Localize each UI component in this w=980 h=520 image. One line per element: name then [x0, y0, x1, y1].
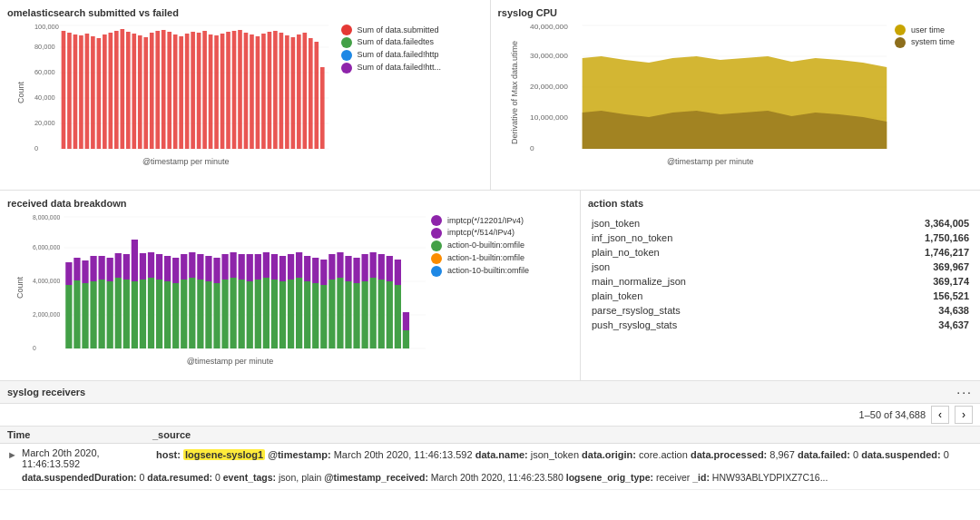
dataresumed-label: data.resumed: [147, 472, 215, 483]
svg-rect-155 [345, 281, 351, 348]
col-header-time: Time [7, 429, 152, 440]
legend-failedhttp: Sum of data.failed!http [358, 50, 439, 59]
legend-omelasticsearch: Sum of data.submitted Sum of data.failed… [338, 22, 483, 162]
svg-rect-134 [255, 254, 261, 280]
svg-text:0: 0 [530, 144, 534, 152]
svg-rect-55 [314, 42, 318, 149]
svg-rect-170 [403, 312, 409, 330]
svg-rect-17 [91, 36, 95, 149]
svg-rect-98 [107, 258, 113, 281]
svg-rect-154 [337, 252, 343, 278]
y-axis-label-rsyslog: Derivative of Max data.utime [498, 22, 530, 162]
svg-rect-45 [256, 36, 260, 149]
stats-row: parse_rsyslog_stats34,638 [588, 303, 973, 318]
stats-row: plain_no_token1,746,217 [588, 245, 973, 260]
svg-rect-159 [362, 281, 368, 348]
svg-rect-138 [271, 254, 278, 280]
next-page-button[interactable]: › [955, 406, 973, 424]
datafailed-label: data.failed: [798, 449, 853, 460]
svg-text:40,000: 40,000 [34, 93, 55, 102]
svg-rect-50 [285, 35, 289, 149]
svg-rect-120 [197, 254, 203, 280]
svg-rect-103 [132, 281, 138, 348]
svg-text:20,000,000: 20,000,000 [530, 83, 568, 91]
table-row[interactable]: ► March 20th 2020, 11:46:13.592 host: lo… [0, 444, 980, 490]
svg-rect-23 [126, 32, 131, 149]
svg-text:80,000: 80,000 [34, 43, 55, 51]
panel-omelasticsearch: omelasticsearch submitted vs failed Coun… [0, 0, 490, 190]
pagination-text: 1–50 of 34,688 [859, 409, 926, 420]
expand-row-icon[interactable]: ► [7, 449, 18, 460]
stats-value: 369,967 [843, 260, 973, 274]
logsene-origtype-label: logsene_orig_type: [566, 472, 656, 483]
svg-rect-141 [288, 280, 294, 348]
svg-rect-132 [247, 254, 253, 281]
panel-rsyslog-title: rsyslog CPU [498, 7, 974, 18]
svg-rect-32 [179, 36, 183, 149]
svg-rect-39 [220, 34, 225, 149]
svg-rect-30 [167, 32, 172, 149]
svg-rect-160 [362, 254, 368, 281]
legend-system-time: system time [911, 37, 955, 46]
svg-rect-40 [226, 32, 230, 149]
svg-rect-20 [109, 33, 113, 149]
svg-rect-124 [213, 258, 220, 283]
svg-rect-47 [268, 32, 272, 149]
legend-imptcp12201: imptcp(*/12201/IPv4) [447, 216, 524, 225]
svg-rect-118 [189, 252, 195, 278]
col-header-source: _source [152, 429, 973, 440]
x-axis-label-received: @timestamp per minute [33, 357, 427, 366]
svg-rect-127 [230, 278, 237, 348]
svg-rect-106 [140, 253, 146, 280]
svg-text:2,000,000: 2,000,000 [33, 311, 60, 319]
panel-received-title: received data breakdown [7, 198, 573, 209]
tsreceived-label: @timestamp_received: [324, 472, 431, 483]
legend-action10: action-10-builtin:omfile [447, 266, 529, 275]
svg-rect-107 [148, 278, 154, 348]
svg-rect-150 [320, 260, 327, 285]
svg-rect-18 [97, 38, 102, 149]
svg-rect-130 [239, 254, 245, 280]
svg-rect-136 [263, 252, 270, 278]
prev-page-button[interactable]: ‹ [931, 406, 949, 424]
legend-rsyslog: user time system time [891, 22, 973, 162]
svg-rect-100 [115, 253, 122, 278]
more-options-dots[interactable]: ··· [956, 385, 973, 399]
svg-rect-42 [238, 30, 242, 149]
svg-text:10,000,000: 10,000,000 [530, 113, 568, 122]
svg-rect-91 [82, 283, 88, 348]
svg-rect-126 [221, 254, 228, 280]
svg-rect-94 [90, 256, 96, 281]
svg-rect-123 [213, 283, 220, 348]
svg-rect-25 [138, 35, 142, 149]
stats-row: main_normalize_json369,174 [588, 274, 973, 289]
svg-rect-48 [273, 31, 278, 149]
panel-received-data: received data breakdown Count 0 2,000,00… [0, 191, 581, 380]
svg-text:30,000,000: 30,000,000 [530, 52, 568, 60]
svg-rect-34 [191, 32, 195, 149]
svg-rect-116 [181, 254, 187, 280]
datafailed-val: 0 [853, 449, 858, 460]
svg-rect-144 [296, 252, 302, 278]
svg-rect-22 [120, 29, 124, 149]
svg-rect-53 [303, 33, 308, 149]
stats-row: inf_json_no_token1,750,166 [588, 231, 973, 245]
action-stats-title: action stats [588, 198, 973, 209]
svg-rect-161 [370, 278, 377, 348]
stats-name: plain_token [588, 289, 843, 303]
svg-rect-143 [296, 278, 302, 348]
stats-row: push_rsyslog_stats34,637 [588, 318, 973, 332]
row-detail: data.suspendedDuration: 0 data.resumed: … [7, 471, 973, 486]
svg-rect-113 [172, 283, 179, 348]
svg-rect-33 [185, 34, 190, 149]
svg-rect-142 [288, 254, 294, 280]
svg-rect-36 [202, 31, 207, 149]
svg-rect-41 [232, 31, 237, 149]
svg-rect-109 [156, 280, 162, 348]
table-header: Time _source [0, 427, 980, 444]
svg-rect-151 [328, 280, 335, 348]
svg-rect-156 [345, 256, 351, 281]
legend-user-time: user time [911, 25, 945, 34]
timestamp-label: @timestamp: [268, 449, 333, 460]
svg-rect-119 [197, 280, 203, 348]
